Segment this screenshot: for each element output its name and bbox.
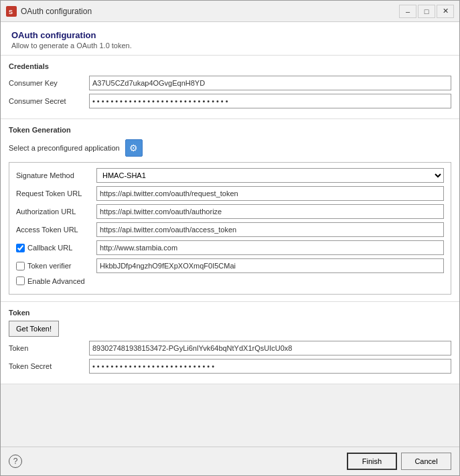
window-title: OAuth configuration xyxy=(21,7,399,16)
authorization-url-label: Authorization URL xyxy=(16,208,96,216)
dialog-header: OAuth configuration Allow to generate a … xyxy=(1,22,459,56)
token-secret-row: Token Secret xyxy=(9,359,451,374)
callback-url-checkbox[interactable] xyxy=(16,244,25,252)
token-section-label: Token xyxy=(9,309,451,317)
authorization-url-row: Authorization URL xyxy=(16,204,444,219)
dialog-body: Credentials Consumer Key Consumer Secret… xyxy=(1,56,459,447)
signature-method-select[interactable]: HMAC-SHA1 RSA-SHA1 PLAINTEXT xyxy=(96,168,444,183)
window-controls: – □ ✕ xyxy=(399,5,454,18)
dialog-title: OAuth configuration xyxy=(11,30,449,40)
help-area: ? xyxy=(9,455,343,468)
credentials-label: Credentials xyxy=(9,62,451,72)
token-verifier-input[interactable] xyxy=(96,258,444,273)
dialog-window: S OAuth configuration – □ ✕ OAuth config… xyxy=(0,0,460,476)
cancel-button[interactable]: Cancel xyxy=(401,453,451,470)
token-verifier-label: Token verifier xyxy=(27,262,71,270)
access-token-url-label: Access Token URL xyxy=(16,226,96,234)
token-section: Token Get Token! Token Token Secret xyxy=(1,302,459,384)
token-generation-section: Token Generation Select a preconfigured … xyxy=(1,119,459,302)
dialog-subtitle: Allow to generate a OAuth 1.0 token. xyxy=(11,42,449,50)
callback-url-label: Callback URL xyxy=(27,244,72,252)
enable-advanced-row: Enable Advanced xyxy=(16,276,444,285)
request-token-url-row: Request Token URL xyxy=(16,186,444,201)
consumer-secret-label: Consumer Secret xyxy=(9,97,89,105)
select-app-row: Select a preconfigured application ⚙ xyxy=(9,139,451,157)
token-generation-label: Token Generation xyxy=(9,126,451,135)
access-token-url-row: Access Token URL xyxy=(16,222,444,237)
token-gen-group: Signature Method HMAC-SHA1 RSA-SHA1 PLAI… xyxy=(9,162,451,295)
enable-advanced-label: Enable Advanced xyxy=(27,277,85,285)
token-row: Token xyxy=(9,341,451,355)
select-app-label: Select a preconfigured application xyxy=(9,144,120,152)
callback-url-row: Callback URL xyxy=(16,240,444,255)
token-label: Token xyxy=(9,344,89,352)
maximize-button[interactable]: □ xyxy=(418,5,435,18)
app-icon: S xyxy=(6,6,17,17)
close-button[interactable]: ✕ xyxy=(437,5,454,18)
access-token-url-input[interactable] xyxy=(96,222,444,237)
consumer-secret-input[interactable] xyxy=(89,94,451,108)
request-token-url-label: Request Token URL xyxy=(16,189,96,197)
dialog-footer: ? Finish Cancel xyxy=(1,447,459,475)
token-verifier-row: Token verifier xyxy=(16,258,444,273)
request-token-url-input[interactable] xyxy=(96,186,444,201)
signature-method-label: Signature Method xyxy=(16,171,96,179)
consumer-key-label: Consumer Key xyxy=(9,79,89,87)
title-bar: S OAuth configuration – □ ✕ xyxy=(1,1,459,22)
token-secret-input[interactable] xyxy=(89,359,451,374)
consumer-key-input[interactable] xyxy=(89,76,451,90)
signature-method-row: Signature Method HMAC-SHA1 RSA-SHA1 PLAI… xyxy=(16,168,444,183)
get-token-button[interactable]: Get Token! xyxy=(9,321,59,337)
token-secret-label: Token Secret xyxy=(9,362,89,370)
consumer-secret-row: Consumer Secret xyxy=(9,94,451,108)
callback-url-input[interactable] xyxy=(96,240,444,255)
authorization-url-input[interactable] xyxy=(96,204,444,219)
finish-button[interactable]: Finish xyxy=(347,453,397,470)
enable-advanced-checkbox[interactable] xyxy=(16,276,25,285)
consumer-key-row: Consumer Key xyxy=(9,76,451,90)
gear-button[interactable]: ⚙ xyxy=(125,139,143,157)
token-input[interactable] xyxy=(89,341,451,355)
credentials-section: Credentials Consumer Key Consumer Secret xyxy=(1,56,459,119)
minimize-button[interactable]: – xyxy=(399,5,416,18)
token-verifier-checkbox[interactable] xyxy=(16,262,25,270)
svg-text:S: S xyxy=(9,9,13,15)
help-icon[interactable]: ? xyxy=(9,455,22,468)
